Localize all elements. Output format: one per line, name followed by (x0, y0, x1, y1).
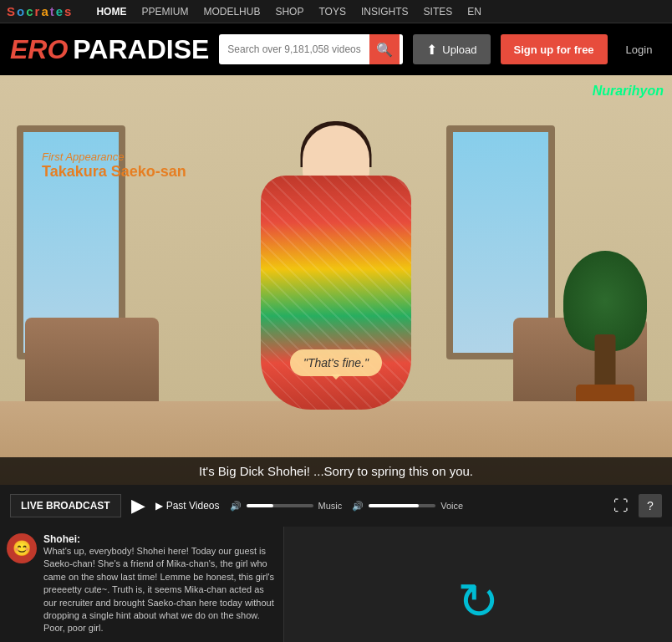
search-box[interactable]: 🔍 (219, 34, 403, 64)
music-icon: 🔊 (230, 501, 242, 512)
nav-modelhub[interactable]: MODELHUB (203, 6, 260, 18)
upload-icon: ⬆ (426, 42, 437, 58)
play-button[interactable]: ▶ (131, 495, 145, 517)
nav-home[interactable]: HOME (96, 6, 126, 18)
voice-label: Voice (440, 501, 463, 511)
main-nav: HOME PPEMIUM MODELHUB SHOP TOYS INSIGHTS… (96, 6, 481, 18)
brand-title: ERO PARADISE (10, 34, 209, 65)
video-player[interactable]: First Appearance Takakura Saeko-san Nura… (0, 75, 672, 485)
voice-slider[interactable] (369, 504, 435, 507)
tree-decoration (555, 251, 655, 418)
first-appearance-overlay: First Appearance Takakura Saeko-san (42, 150, 186, 181)
nav-shop[interactable]: SHOP (275, 6, 303, 18)
login-button[interactable]: Login (618, 34, 661, 64)
search-input[interactable] (219, 38, 369, 60)
voice-control: 🔊 Voice (352, 501, 463, 512)
live-badge: LIVE BROADCAST (10, 494, 121, 517)
video-background (0, 75, 672, 485)
nav-sites[interactable]: SITES (424, 6, 453, 18)
top-nav-bar: Socrates HOME PPEMIUM MODELHUB SHOP TOYS… (0, 0, 672, 23)
logo[interactable]: Socrates (7, 4, 71, 18)
subtitle: It's Big Dick Shohei! ...Sorry to spring… (0, 457, 672, 485)
signup-button[interactable]: Sign up for free (501, 34, 608, 64)
nav-language[interactable]: EN (467, 6, 481, 18)
nav-premium[interactable]: PPEMIUM (141, 6, 188, 18)
controls-bar: LIVE BROADCAST ▶ ▶ Past Videos 🔊 Music 🔊… (0, 485, 672, 527)
fullscreen-button[interactable]: ⛶ (613, 497, 629, 515)
sync-icon: ↻ (457, 572, 499, 630)
chat-username: Shohei: (43, 533, 277, 545)
brand-bar: ERO PARADISE 🔍 ⬆ Upload Sign up for free… (0, 23, 672, 75)
past-videos-button[interactable]: ▶ Past Videos (155, 500, 220, 512)
chat-message: 😊 Shohei: What's up, everybody! Shohei h… (7, 533, 277, 635)
voice-icon: 🔊 (352, 501, 364, 512)
chat-messages: 😊 Shohei: What's up, everybody! Shohei h… (0, 527, 283, 642)
chat-text: What's up, everybody! Shohei here! Today… (43, 545, 277, 635)
music-label: Music (318, 501, 343, 511)
lower-section: 😊 Shohei: What's up, everybody! Shohei h… (0, 527, 672, 642)
sync-area: ↻ (284, 527, 672, 642)
music-control: 🔊 Music (230, 501, 343, 512)
nav-insights[interactable]: INSIGHTS (361, 6, 409, 18)
brand-ero: ERO (10, 34, 68, 65)
first-appearance-name: Takakura Saeko-san (42, 163, 186, 181)
music-slider[interactable] (247, 504, 313, 507)
watermark: Nurarihyon (593, 84, 664, 99)
upload-button[interactable]: ⬆ Upload (413, 34, 490, 64)
chat-content: Shohei: What's up, everybody! Shohei her… (43, 533, 277, 635)
chat-panel: 😊 Shohei: What's up, everybody! Shohei h… (0, 527, 284, 642)
avatar: 😊 (7, 533, 37, 563)
nav-toys[interactable]: TOYS (318, 6, 345, 18)
dialog-bubble: "That's fine." (290, 349, 382, 376)
past-videos-icon: ▶ (155, 500, 163, 512)
search-button[interactable]: 🔍 (369, 34, 400, 64)
first-appearance-label: First Appearance (42, 150, 186, 163)
help-button[interactable]: ? (639, 494, 662, 517)
brand-paradise: PARADISE (73, 34, 209, 65)
